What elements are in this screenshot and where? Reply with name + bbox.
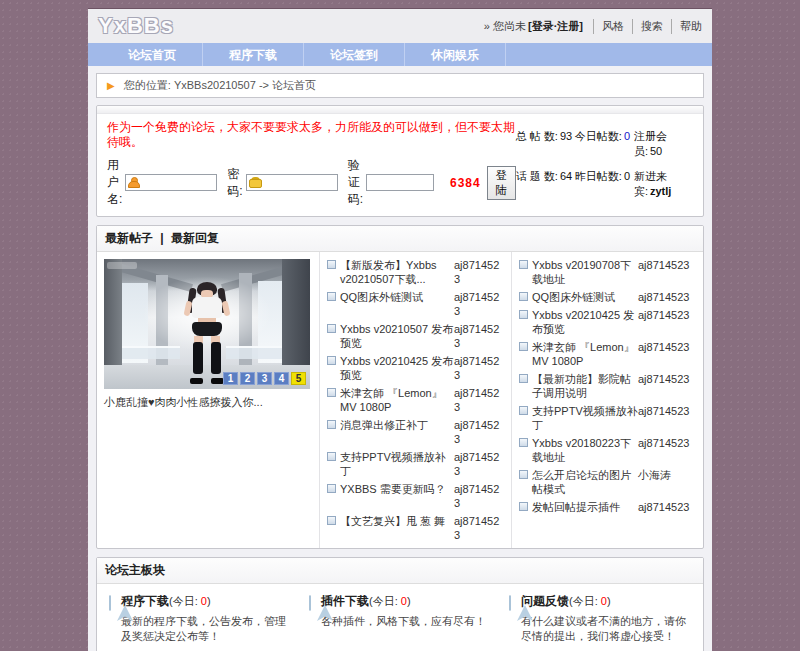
media-column: 12345 小鹿乱撞♥肉肉小性感撩拨入你... [97, 252, 319, 548]
header-link[interactable]: 风格 [593, 19, 624, 34]
post-bullet-icon [327, 516, 336, 525]
reply-title[interactable]: 发帖回帖提示插件 [532, 500, 638, 514]
reply-author[interactable]: aj8714523 [638, 500, 696, 514]
user-icon [128, 177, 139, 188]
tab-new-posts[interactable]: 最新帖子 [105, 231, 153, 245]
reply-row: QQ图床外链测试 aj8714523 [519, 288, 696, 306]
stat-newest-guest: 新进来宾:zytlj [634, 169, 693, 199]
reply-title[interactable]: Yxbbs v20210425 发布预览 [532, 308, 638, 336]
reply-title[interactable]: Yxbbs v20180223下载地址 [532, 436, 638, 464]
post-bullet-icon [327, 260, 336, 269]
captcha-input[interactable] [366, 174, 434, 191]
new-replies-list: Yxbbs v20190708下载地址 aj8714523 QQ图床外链测试 a… [511, 252, 703, 548]
post-title[interactable]: Yxbbs v20210425 发布预览 [340, 354, 454, 382]
reply-author[interactable]: aj8714523 [638, 258, 696, 272]
login-button[interactable]: 登陆 [487, 166, 516, 200]
reply-title[interactable]: 支持PPTV视频播放补丁 [532, 404, 638, 432]
slideshow-pagination: 12345 [223, 372, 306, 385]
stat-topics: 话 题 数:64 [516, 169, 575, 199]
breadcrumb-wrap: ▶ 您的位置: YxBBs20210507 -> 论坛首页 [88, 66, 712, 105]
reply-row: 【最新功能】影院帖子调用说明 aj8714523 [519, 370, 696, 402]
post-title[interactable]: YXBBS 需要更新吗？ [340, 482, 454, 496]
login-status-text: » 您尚未 [484, 19, 526, 34]
video-thumbnail[interactable]: 12345 [104, 259, 310, 389]
tab-new-replies[interactable]: 最新回复 [171, 231, 219, 245]
post-author[interactable]: aj8714523 [454, 354, 504, 382]
main-boards: 程序下载(今日: 0) 最新的程序下载，公告发布，管理及奖惩决定公布等！ 插件下… [97, 584, 703, 651]
post-title[interactable]: 支持PPTV视频播放补丁 [340, 450, 454, 478]
lock-icon [249, 177, 260, 188]
post-bullet-icon [519, 310, 528, 319]
reply-author[interactable]: aj8714523 [638, 340, 696, 354]
nav-item[interactable]: 论坛首页 [102, 43, 203, 66]
post-title[interactable]: Yxbbs v20210507 发布预览 [340, 322, 454, 350]
reply-title[interactable]: QQ图床外链测试 [532, 290, 638, 304]
board-icon [309, 595, 311, 611]
post-title[interactable]: 【新版发布】Yxbbs v20210507下载... [340, 258, 454, 286]
post-author[interactable]: aj8714523 [454, 450, 504, 478]
post-author[interactable]: aj8714523 [454, 418, 504, 446]
reply-author[interactable]: aj8714523 [638, 308, 696, 322]
post-title[interactable]: 消息弹出修正补丁 [340, 418, 454, 432]
board-icon [109, 595, 111, 611]
post-author[interactable]: aj8714523 [454, 482, 504, 510]
reply-title[interactable]: Yxbbs v20190708下载地址 [532, 258, 638, 286]
board-cell: 插件下载(今日: 0) 各种插件，风格下载，应有尽有！ [303, 593, 497, 644]
page-button[interactable]: 2 [240, 372, 255, 385]
nav-item[interactable]: 程序下载 [203, 43, 304, 66]
page-button[interactable]: 4 [274, 372, 289, 385]
post-author[interactable]: aj8714523 [454, 322, 504, 350]
post-title[interactable]: 【文艺复兴】甩 葱 舞 [340, 514, 454, 528]
reply-author[interactable]: aj8714523 [638, 372, 696, 386]
page-button[interactable]: 5 [291, 372, 306, 385]
board-name[interactable]: 插件下载 [321, 594, 369, 608]
reply-author[interactable]: aj8714523 [638, 404, 696, 418]
post-title[interactable]: 米津玄師 『Lemon』 MV 1080P [340, 386, 454, 414]
post-bullet-icon [519, 342, 528, 351]
reply-title[interactable]: 【最新功能】影院帖子调用说明 [532, 372, 638, 400]
reply-row: Yxbbs v20210425 发布预览 aj8714523 [519, 306, 696, 338]
reply-author[interactable]: aj8714523 [638, 290, 696, 304]
board-icon [509, 595, 511, 611]
post-title[interactable]: QQ图床外链测试 [340, 290, 454, 304]
post-row: 【新版发布】Yxbbs v20210507下载... aj8714523 [327, 256, 504, 288]
main-nav: 论坛首页程序下载论坛签到休闲娱乐 [88, 43, 712, 66]
post-author[interactable]: aj8714523 [454, 290, 504, 318]
header-link[interactable]: 帮助 [671, 19, 702, 34]
header-link[interactable]: 搜索 [632, 19, 663, 34]
reply-row: Yxbbs v20190708下载地址 aj8714523 [519, 256, 696, 288]
login-register-link[interactable]: [登录·注册] [528, 19, 583, 34]
post-row: YXBBS 需要更新吗？ aj8714523 [327, 480, 504, 512]
quick-login-form: 用户名: 密 码: 验证码: 6384 登陆 [107, 157, 516, 208]
breadcrumb-prefix: 您的位置: [124, 79, 171, 91]
header-user-area: » 您尚未 [登录·注册] 风格搜索帮助 [484, 19, 702, 34]
post-author[interactable]: aj8714523 [454, 258, 504, 286]
reply-title[interactable]: 米津玄師 『Lemon』 MV 1080P [532, 340, 638, 368]
post-bullet-icon [327, 292, 336, 301]
breadcrumb: ▶ 您的位置: YxBBs20210507 -> 论坛首页 [96, 73, 704, 98]
page-button[interactable]: 3 [257, 372, 272, 385]
post-row: Yxbbs v20210507 发布预览 aj8714523 [327, 320, 504, 352]
board-name[interactable]: 问题反馈 [521, 594, 569, 608]
reply-author[interactable]: aj8714523 [638, 436, 696, 450]
password-label: 密 码: [227, 166, 242, 200]
page-button[interactable]: 1 [223, 372, 238, 385]
breadcrumb-path[interactable]: YxBBs20210507 -> 论坛首页 [174, 79, 316, 91]
stat-yesterday: 昨日帖数:0 [575, 169, 634, 199]
breadcrumb-arrow-icon: ▶ [107, 80, 115, 91]
board-name[interactable]: 程序下载 [121, 594, 169, 608]
media-caption[interactable]: 小鹿乱撞♥肉肉小性感撩拨入你... [104, 395, 312, 410]
reply-author[interactable]: 小海涛 [638, 468, 696, 482]
nav-item[interactable]: 论坛签到 [304, 43, 405, 66]
stat-today: 今日帖数:0 [575, 129, 634, 159]
reply-title[interactable]: 怎么开启论坛的图片帖模式 [532, 468, 638, 496]
post-row: 【文艺复兴】甩 葱 舞 aj8714523 [327, 512, 504, 544]
header-links: 风格搜索帮助 [585, 19, 702, 34]
captcha-code: 6384 [450, 176, 481, 190]
post-bullet-icon [519, 374, 528, 383]
page-container: YxBBs » 您尚未 [登录·注册] 风格搜索帮助 论坛首页程序下载论坛签到休… [88, 8, 712, 651]
post-bullet-icon [519, 406, 528, 415]
post-author[interactable]: aj8714523 [454, 514, 504, 542]
post-author[interactable]: aj8714523 [454, 386, 504, 414]
nav-item[interactable]: 休闲娱乐 [405, 43, 506, 66]
